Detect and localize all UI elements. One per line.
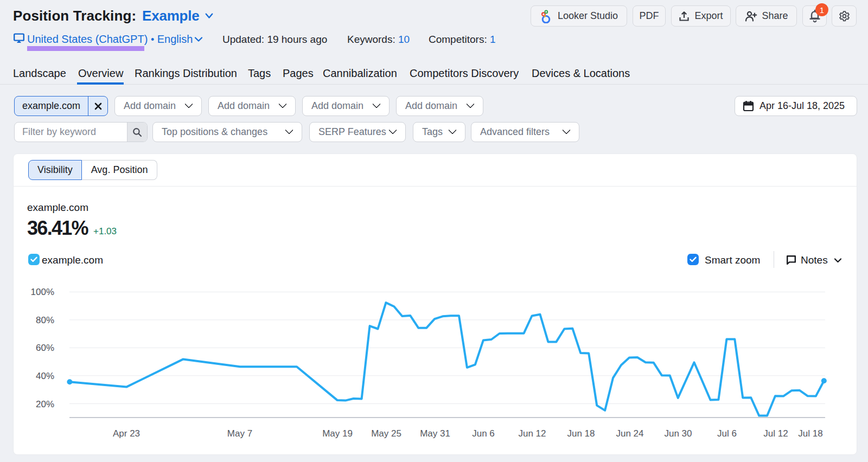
svg-text:40%: 40% — [36, 371, 54, 381]
svg-text:Jun 30: Jun 30 — [664, 428, 692, 439]
svg-text:Apr 23: Apr 23 — [113, 428, 140, 439]
svg-text:May 7: May 7 — [227, 428, 252, 439]
svg-text:60%: 60% — [36, 343, 54, 353]
svg-text:Jul 6: Jul 6 — [717, 428, 737, 439]
svg-text:Jun 6: Jun 6 — [472, 428, 495, 439]
svg-text:Jul 18: Jul 18 — [798, 428, 822, 439]
svg-text:Jun 24: Jun 24 — [616, 428, 643, 439]
svg-text:Jun 12: Jun 12 — [518, 428, 546, 439]
svg-text:20%: 20% — [36, 399, 54, 409]
svg-text:80%: 80% — [36, 315, 54, 325]
svg-text:May 31: May 31 — [420, 428, 450, 439]
svg-text:Jul 12: Jul 12 — [763, 428, 788, 439]
svg-text:May 25: May 25 — [371, 428, 401, 439]
svg-text:100%: 100% — [31, 287, 54, 297]
svg-text:Jun 18: Jun 18 — [567, 428, 595, 439]
svg-text:May 19: May 19 — [322, 428, 353, 439]
